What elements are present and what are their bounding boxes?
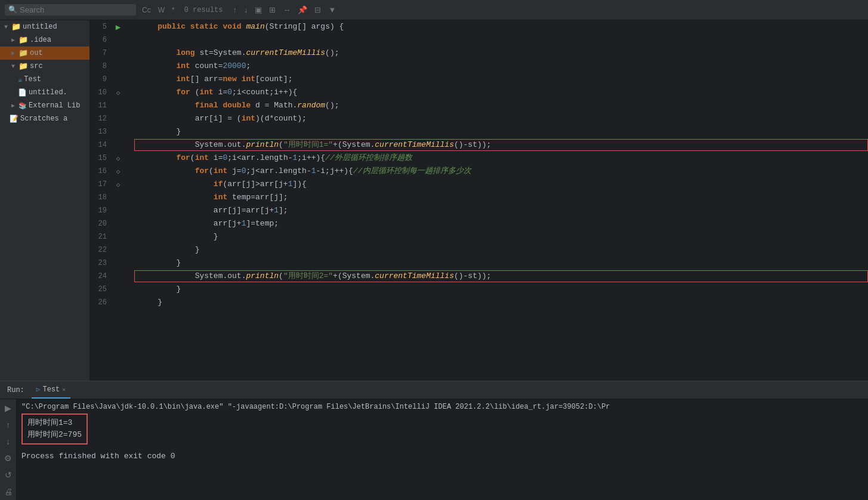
search-options-button[interactable]: ▼ (325, 4, 339, 16)
line-number: 25 (90, 283, 113, 296)
expand-arrow: ▶ (10, 50, 17, 57)
line-gutter (123, 20, 134, 33)
sidebar-item-out[interactable]: ▶ 📁 out (0, 47, 89, 60)
line-number: 11 (90, 99, 113, 112)
sidebar-item-untitled[interactable]: ▼ 📁 untitled (0, 20, 89, 33)
line-number: 8 (90, 60, 113, 73)
folder-icon: 📁 (18, 35, 28, 45)
code-content: } (134, 257, 868, 270)
output-panel: ▶ ↑ ↓ ⚙ ↺ 🖨 "C:\Program Files\Java\jdk-1… (0, 399, 868, 500)
code-line-5: 5 ▶ public static void main(String[] arg… (90, 20, 868, 33)
code-line-10: 10 ◇ for (int i=0;i<count;i++){ (90, 86, 868, 99)
line-marker (113, 73, 123, 86)
run-tab-test[interactable]: ▷ Test ✕ (32, 381, 70, 399)
line-gutter (123, 152, 134, 165)
line-number: 16 (90, 165, 113, 178)
print-button[interactable]: 🖨 (2, 485, 14, 498)
code-line-12: 12 arr[i] = (int)(d*count); (90, 112, 868, 125)
rerun-button[interactable]: ↺ (3, 468, 14, 482)
code-line-9: 9 int[] arr=new int[count]; (90, 73, 868, 86)
scroll-down-button[interactable]: ↓ (4, 435, 12, 448)
folder-icon: 📁 (18, 61, 28, 71)
code-content: long st=System.currentTimeMillis(); (134, 47, 868, 60)
scroll-up-button[interactable]: ↑ (4, 418, 12, 431)
sidebar-item-label: untitled. (29, 88, 67, 97)
code-content: int temp=arr[j]; (134, 191, 868, 204)
settings-button[interactable]: ⚙ (2, 452, 14, 465)
line-marker (113, 138, 123, 152)
line-number: 10 (90, 86, 113, 99)
find-in-files-button[interactable]: ▣ (252, 4, 265, 16)
code-line-26: 26 } (90, 296, 868, 309)
line-number: 20 (90, 217, 113, 230)
sidebar-item-idea[interactable]: ▶ 📁 .idea (0, 33, 89, 47)
line-gutter (123, 217, 134, 230)
sidebar-item-external-libs[interactable]: ▶ 📚 External Lib (0, 99, 89, 112)
tab-close-button[interactable]: ✕ (62, 386, 66, 393)
sidebar-item-src[interactable]: ▼ 📁 src (0, 60, 89, 73)
whole-word-button[interactable]: W (156, 5, 167, 16)
code-content: } (134, 243, 868, 257)
line-number: 17 (90, 178, 113, 191)
sidebar-item-label: src (30, 62, 43, 70)
code-line-16: 16 ◇ for(int j=0;j<arr.length-1-i;j++){/… (90, 165, 868, 178)
code-content: for(int i=0;i<arr.length-1;i++){//外层循环控制… (134, 152, 868, 165)
run-marker: ▶ (113, 20, 123, 33)
line-number: 13 (90, 125, 113, 138)
next-result-button[interactable]: ↓ (241, 4, 251, 16)
run-label: Run: (2, 386, 29, 394)
sidebar-item-label: Scratches a (20, 115, 67, 123)
code-content: arr[i] = (int)(d*count); (134, 112, 868, 125)
line-marker (113, 112, 123, 125)
code-line-7: 7 long st=System.currentTimeMillis(); (90, 47, 868, 60)
line-number: 23 (90, 257, 113, 270)
line-marker (113, 230, 123, 243)
run-tab-icon: ▷ (36, 385, 41, 393)
folder-icon: 📁 (18, 48, 28, 58)
run-tab-bar: Run: ▷ Test ✕ (0, 381, 868, 399)
line-gutter (123, 178, 134, 191)
line-number: 18 (90, 191, 113, 204)
prev-result-button[interactable]: ↑ (230, 4, 240, 16)
line-gutter (123, 270, 134, 283)
java-file-icon: ☕ (18, 75, 22, 84)
code-line-13: 13 } (90, 125, 868, 138)
text-file-icon: 📄 (18, 88, 27, 97)
line-marker: ◇ (113, 165, 123, 178)
line-number: 14 (90, 138, 113, 152)
output-finished: Process finished with exit code 0 (21, 452, 863, 461)
code-content: System.out.println("用时时间2="+(System.curr… (134, 270, 868, 283)
search-nav-buttons: ↑ ↓ ▣ ⊞ ↔ 📌 ⊟ ▼ (230, 4, 339, 16)
sidebar-item-scratches[interactable]: 📝 Scratches a (0, 112, 89, 125)
line-gutter (123, 99, 134, 112)
search-filter-button[interactable]: ⊟ (311, 4, 324, 16)
sidebar-item-label: untitled (23, 23, 57, 31)
search-bar: 🔍 Cc W * 0 results ↑ ↓ ▣ ⊞ ↔ 📌 ⊟ ▼ (0, 0, 868, 20)
output-cmd-line: "C:\Program Files\Java\jdk-10.0.1\bin\ja… (21, 403, 863, 411)
results-count: 0 results (181, 6, 227, 14)
search-pin-button[interactable]: 📌 (295, 4, 310, 16)
code-line-23: 23 } (90, 257, 868, 270)
line-marker (113, 60, 123, 73)
expand-arrow: ▶ (10, 36, 17, 44)
line-gutter (123, 230, 134, 243)
code-content: System.out.println("用时时间1="+(System.curr… (134, 138, 868, 152)
code-content: int[] arr=new int[count]; (134, 73, 868, 86)
line-number: 6 (90, 33, 113, 47)
code-line-21: 21 } (90, 230, 868, 243)
search-actions: Cc W * (140, 5, 177, 16)
code-line-20: 20 arr[j+1]=temp; (90, 217, 868, 230)
regex-button[interactable]: * (169, 5, 177, 16)
sidebar-item-untitled-file[interactable]: 📄 untitled. (0, 86, 89, 99)
search-add-button[interactable]: ⊞ (266, 4, 279, 16)
run-play-button[interactable]: ▶ (3, 402, 13, 415)
expand-arrow: ▼ (10, 63, 17, 70)
sidebar-item-test[interactable]: ☕ Test (0, 73, 89, 86)
search-wrap-button[interactable]: ↔ (280, 4, 294, 16)
code-content: public static void main(String[] args) { (134, 20, 868, 33)
match-case-button[interactable]: Cc (140, 5, 153, 16)
output-line-1: 用时时间1=3 (27, 417, 82, 429)
output-sidebar: ▶ ↑ ↓ ⚙ ↺ 🖨 (0, 399, 17, 500)
search-input[interactable] (20, 5, 127, 14)
editor-area[interactable]: 5 ▶ public static void main(String[] arg… (90, 20, 868, 381)
